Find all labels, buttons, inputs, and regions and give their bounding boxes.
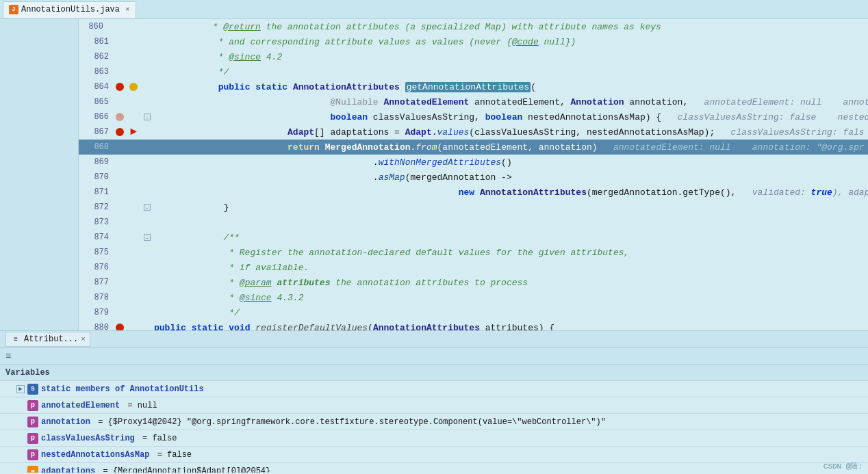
code-line-866: 866 - boolean classValuesAsString, boole… [79,109,868,124]
line-text-862: * @since 4.2 [154,52,282,62]
line-text-872: } [154,202,229,213]
bottom-panel-separator: ≡ Attribut... × [0,330,868,348]
hint-icon-864 [129,83,138,91]
var-name-static: static members of AnnotationUtils [41,384,204,394]
code-line-875: 875 * Register the annotation-declared d… [79,245,868,260]
line-num-861: 861 [84,37,113,47]
gutter-bp-880 [113,324,127,330]
editor-area: 860 * @return the annotation attributes … [0,19,868,330]
gutter-bp-864 [113,83,127,91]
line-num-879: 879 [84,308,113,317]
line-text-868: return MergedAnnotation.from(annotatedEl… [154,142,865,153]
line-num-865: 865 [84,97,113,107]
code-line-870: 870 .asMap(mergedAnnotation -> [79,170,868,185]
var-value-adaptations: = {MergedAnnotation$Adapt[0]@2054} [98,466,270,473]
fold-icon-866[interactable]: - [144,114,151,120]
code-line-872: 872 - } [79,200,868,215]
breakpoint-867[interactable] [116,128,124,136]
fold-872[interactable]: - [140,204,154,211]
var-value-annotatedElement: = null [123,401,157,410]
line-text-860: * @return the annotation attributes (a s… [149,22,661,32]
var-value-nestedAnnotationsAsMap: = false [152,450,192,460]
line-num-878: 878 [84,293,113,302]
line-text-865: @Nullable AnnotatedElement annotatedElem… [154,97,868,107]
var-row-classValuesAsString[interactable]: p classValuesAsString = false [0,430,868,447]
toolbar-icon: ≡ [5,351,11,362]
var-name-adaptations: adaptations [41,466,95,473]
type-p-nestedAnnotationsAsMap: p [27,449,38,460]
line-num-864: 864 [84,82,113,92]
code-line-863: 863 */ [79,64,868,79]
code-line-869: 869 .withNonMergedAttributes() [79,155,868,170]
panel-tab-label: Attribut... [24,334,78,344]
arrow-867: ► [127,126,140,138]
fold-icon-872[interactable]: - [144,204,151,211]
line-text-867: Adapt[] adaptations = Adapt.values(class… [154,127,865,137]
gutter-bp-866 [113,113,127,121]
line-num-868: 868 [84,142,113,152]
line-num-863: 863 [84,67,113,77]
code-line-861: 861 * and corresponding attribute values… [79,34,868,49]
line-num-875: 875 [84,248,113,257]
line-num-867: 867 [84,127,113,137]
line-text-877: * @param attributes the annotation attri… [154,278,528,288]
code-line-873: 873 [79,215,868,230]
file-tab[interactable]: J AnnotationUtils.java × [3,1,136,18]
line-text-878: * @since 4.3.2 [154,293,303,303]
java-file-icon: J [9,5,18,14]
type-s-static: s [27,384,38,395]
line-text-879: */ [154,308,240,318]
line-num-866: 866 [84,112,113,122]
code-container: 860 * @return the annotation attributes … [0,19,868,330]
line-text-861: * and corresponding attribute values as … [154,37,576,47]
variables-toolbar: ≡ [0,348,868,365]
code-line-877: 877 * @param attributes the annotation a… [79,275,868,290]
type-p-annotatedElement: p [27,400,38,411]
panel-tab-close[interactable]: × [81,335,86,343]
var-row-annotatedElement[interactable]: p annotatedElement = null [0,397,868,414]
line-text-875: * Register the annotation-declared defau… [154,248,629,258]
code-line-871: 871 new AnnotationAttributes(mergedAnnot… [79,185,868,200]
code-line-862: 862 * @since 4.2 [79,49,868,64]
fold-874[interactable]: - [140,234,154,241]
code-line-880: 880 public static void registerDefaultVa… [79,320,868,330]
var-row-static[interactable]: ▶ s static members of AnnotationUtils [0,381,868,397]
code-line-865: 865 @Nullable AnnotatedElement annotated… [79,94,868,109]
code-line-879: 879 */ [79,305,868,320]
code-line-876: 876 * if available. [79,260,868,275]
fold-icon-874[interactable]: - [144,234,151,241]
tab-filename: AnnotationUtils.java [21,5,120,14]
line-num-874: 874 [84,233,113,242]
line-text-870: .asMap(mergedAnnotation -> [154,172,512,183]
line-text-869: .withNonMergedAttributes() [154,157,512,168]
breakpoint-864[interactable] [116,83,124,91]
line-text-871: new AnnotationAttributes(mergedAnnotatio… [154,187,868,198]
line-gutter [0,19,79,330]
code-line-867: 867 ► Adapt[] adaptations = Adapt.values… [79,124,868,140]
line-num-876: 876 [84,263,113,272]
breakpoint-866[interactable] [116,113,124,121]
code-line-860: 860 * @return the annotation attributes … [79,19,868,34]
var-value-annotation: = {$Proxy14@2042} "@org.springframework.… [93,417,606,427]
var-row-annotation[interactable]: p annotation = {$Proxy14@2042} "@org.spr… [0,414,868,430]
tab-close-button[interactable]: × [125,5,130,14]
line-text-864: public static AnnotationAttributes getAn… [154,82,536,92]
code-area[interactable]: 860 * @return the annotation attributes … [79,19,868,330]
code-line-874: 874 - /** [79,230,868,245]
watermark: CSDN @陆: [824,461,863,471]
variables-header-label: Variables [5,368,50,378]
type-p-annotation: p [27,417,38,427]
line-num-862: 862 [84,52,113,62]
code-line-868: 868 return MergedAnnotation.from(annotat… [79,140,868,155]
var-row-nestedAnnotationsAsMap[interactable]: p nestedAnnotationsAsMap = false [0,447,868,463]
line-text-863: */ [154,67,229,77]
expand-static[interactable]: ▶ [16,385,25,393]
type-p-classValuesAsString: p [27,433,38,444]
variables-panel-tab[interactable]: ≡ Attribut... × [5,332,90,347]
breakpoint-880[interactable] [116,324,124,330]
fold-866[interactable]: - [140,114,154,120]
var-name-annotation: annotation [41,417,90,427]
line-num-871: 871 [84,187,113,197]
code-line-864: 864 public static AnnotationAttributes g… [79,79,868,94]
var-row-adaptations[interactable]: ≔ adaptations = {MergedAnnotation$Adapt[… [0,463,868,473]
